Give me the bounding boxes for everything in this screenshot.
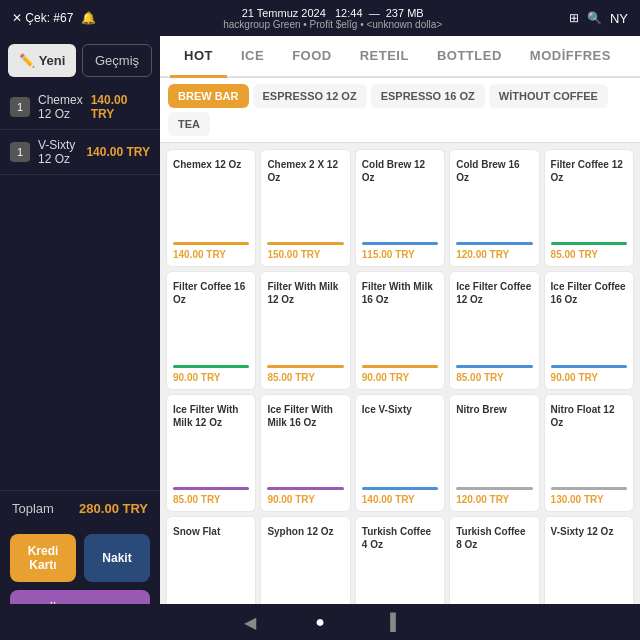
product-name: Ice Filter Coffee 16 Oz [551, 280, 627, 356]
product-name: Turkish Coffee 4 Oz [362, 525, 438, 601]
product-card[interactable]: Ice Filter With Milk 16 Oz 90.00 TRY [260, 394, 350, 512]
kredi-button[interactable]: Kredi Kartı [10, 534, 76, 582]
product-price: 130.00 TRY [551, 494, 627, 505]
product-card[interactable]: Nitro Float 12 Oz 130.00 TRY [544, 394, 634, 512]
product-card[interactable]: Ice Filter Coffee 16 Oz 90.00 TRY [544, 271, 634, 389]
product-bar [173, 242, 249, 245]
product-card[interactable]: Ice Filter Coffee 12 Oz 85.00 TRY [449, 271, 539, 389]
product-bar [173, 365, 249, 368]
product-bar [362, 242, 438, 245]
product-name: Ice Filter With Milk 12 Oz [173, 403, 249, 479]
yeni-button[interactable]: ✏️ Yeni [8, 44, 76, 77]
status-right: ⊞ 🔍 NY [569, 11, 628, 26]
order-list: 1 Chemex 12 Oz 140.00 TRY 1 V-Sixty 12 O… [0, 85, 160, 175]
product-bar [456, 487, 532, 490]
cat-tab-modi̇ffres[interactable]: MODİFFRES [516, 36, 625, 78]
product-card[interactable]: Chemex 12 Oz 140.00 TRY [166, 149, 256, 267]
edit-icon: ✏️ [19, 53, 35, 68]
order-item-name: V-Sixty 12 Oz [38, 138, 78, 166]
product-name: Filter Coffee 16 Oz [173, 280, 249, 356]
close-label[interactable]: ✕ Çek: #67 [12, 11, 73, 25]
category-tabs: HOTICEFOODRETEILBOTTLEDMODİFFRES [160, 36, 640, 78]
product-name: Filter With Milk 12 Oz [267, 280, 343, 356]
bottom-nav-btn[interactable]: ● [305, 607, 335, 637]
product-price: 85.00 TRY [267, 372, 343, 383]
product-name: Ice V-Sixty [362, 403, 438, 479]
sub-tab-wi̇thout-coffee[interactable]: WİTHOUT COFFEE [489, 84, 608, 108]
top-buttons: ✏️ Yeni Geçmiş [0, 36, 160, 85]
cat-tab-ice[interactable]: ICE [227, 36, 278, 78]
product-price: 90.00 TRY [551, 372, 627, 383]
product-card[interactable]: Ice Filter With Milk 12 Oz 85.00 TRY [166, 394, 256, 512]
product-price: 140.00 TRY [173, 249, 249, 260]
datetime: 21 Temmuz 2024 12:44 — 237 MB [242, 7, 424, 19]
product-price: 120.00 TRY [456, 494, 532, 505]
product-card[interactable]: Nitro Brew 120.00 TRY [449, 394, 539, 512]
product-price: 150.00 TRY [267, 249, 343, 260]
product-bar [173, 487, 249, 490]
status-left: ✕ Çek: #67 🔔 [12, 11, 96, 25]
sub-tab-espresso-16-oz[interactable]: ESPRESSO 16 OZ [371, 84, 485, 108]
product-name: Filter Coffee 12 Oz [551, 158, 627, 234]
status-bar: ✕ Çek: #67 🔔 21 Temmuz 2024 12:44 — 237 … [0, 0, 640, 36]
product-name: Syphon 12 Oz [267, 525, 343, 601]
sub-tab-brew-bar[interactable]: BREW BAR [168, 84, 249, 108]
bell-icon: 🔔 [81, 11, 96, 25]
cat-tab-reteil[interactable]: RETEIL [346, 36, 423, 78]
product-price: 120.00 TRY [456, 249, 532, 260]
product-card[interactable]: Cold Brew 16 Oz 120.00 TRY [449, 149, 539, 267]
product-card[interactable]: Cold Brew 12 Oz 115.00 TRY [355, 149, 445, 267]
product-card[interactable]: Filter With Milk 12 Oz 85.00 TRY [260, 271, 350, 389]
product-price: 140.00 TRY [362, 494, 438, 505]
product-price: 90.00 TRY [362, 372, 438, 383]
order-item-num: 1 [10, 142, 30, 162]
main-panel: HOTICEFOODRETEILBOTTLEDMODİFFRES BREW BA… [160, 36, 640, 640]
left-panel: ✏️ Yeni Geçmiş 1 Chemex 12 Oz 140.00 TRY… [0, 36, 160, 640]
product-price: 115.00 TRY [362, 249, 438, 260]
user-icon[interactable]: NY [610, 11, 628, 26]
product-price: 90.00 TRY [173, 372, 249, 383]
sub-tab-espresso-12-oz[interactable]: ESPRESSO 12 OZ [253, 84, 367, 108]
cat-tab-hot[interactable]: HOT [170, 36, 227, 78]
product-price: 90.00 TRY [267, 494, 343, 505]
toplam-row: Toplam 280.00 TRY [0, 490, 160, 526]
order-item[interactable]: 1 V-Sixty 12 Oz 140.00 TRY [0, 130, 160, 175]
product-card[interactable]: Filter Coffee 16 Oz 90.00 TRY [166, 271, 256, 389]
product-card[interactable]: Ice V-Sixty 140.00 TRY [355, 394, 445, 512]
product-name: Turkish Coffee 8 Oz [456, 525, 532, 601]
product-name: Cold Brew 12 Oz [362, 158, 438, 234]
products-grid: Chemex 12 Oz 140.00 TRY Chemex 2 X 12 Oz… [160, 143, 640, 640]
order-item[interactable]: 1 Chemex 12 Oz 140.00 TRY [0, 85, 160, 130]
sub-tab-tea[interactable]: TEA [168, 112, 210, 136]
product-name: Ice Filter Coffee 12 Oz [456, 280, 532, 356]
bottom-nav-btn[interactable]: ◀ [235, 607, 265, 637]
nakit-button[interactable]: Nakit [84, 534, 150, 582]
product-bar [362, 365, 438, 368]
status-center: 21 Temmuz 2024 12:44 — 237 MB hackgroup … [223, 7, 442, 30]
toplam-label: Toplam [12, 501, 54, 516]
product-bar [551, 242, 627, 245]
order-item-price: 140.00 TRY [91, 93, 150, 121]
cat-tab-bottled[interactable]: BOTTLED [423, 36, 516, 78]
product-name: V-Sixty 12 Oz [551, 525, 627, 601]
product-price: 85.00 TRY [551, 249, 627, 260]
payment-buttons: Kredi Kartı Nakit [0, 526, 160, 590]
product-name: Nitro Brew [456, 403, 532, 479]
product-card[interactable]: Chemex 2 X 12 Oz 150.00 TRY [260, 149, 350, 267]
product-bar [362, 487, 438, 490]
bottom-nav: ◀●▐ [0, 604, 640, 640]
product-name: Chemex 2 X 12 Oz [267, 158, 343, 234]
subtitle: hackgroup Green • Profit $elîg • <unknow… [223, 19, 442, 30]
product-name: Filter With Milk 16 Oz [362, 280, 438, 356]
search-icon[interactable]: 🔍 [587, 11, 602, 25]
product-card[interactable]: Filter With Milk 16 Oz 90.00 TRY [355, 271, 445, 389]
gecmis-button[interactable]: Geçmiş [82, 44, 152, 77]
product-card[interactable]: Filter Coffee 12 Oz 85.00 TRY [544, 149, 634, 267]
order-item-price: 140.00 TRY [86, 145, 150, 159]
product-bar [267, 365, 343, 368]
product-name: Snow Flat [173, 525, 249, 601]
cat-tab-food[interactable]: FOOD [278, 36, 346, 78]
grid-icon[interactable]: ⊞ [569, 11, 579, 25]
bottom-nav-btn[interactable]: ▐ [375, 607, 405, 637]
product-name: Ice Filter With Milk 16 Oz [267, 403, 343, 479]
